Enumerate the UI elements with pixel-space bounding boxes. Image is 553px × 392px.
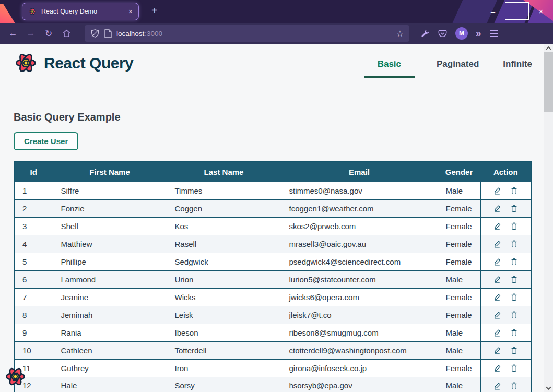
- delete-user-button[interactable]: [510, 186, 518, 195]
- app-brand: React Query: [14, 51, 133, 75]
- page-info-icon[interactable]: [104, 29, 112, 38]
- table-body: 1SiffreTimmesstimmes0@nasa.govMale2Fonzi…: [14, 182, 531, 392]
- new-tab-button[interactable]: +: [151, 5, 158, 17]
- home-icon: [62, 29, 72, 38]
- react-query-favicon-icon: [28, 7, 37, 16]
- edit-user-button[interactable]: [493, 346, 502, 355]
- table-row: 3ShellKosskos2@prweb.comFemale: [14, 217, 531, 235]
- cell-email: ctotterdell9@washingtonpost.com: [281, 341, 438, 359]
- close-button[interactable]: ×: [529, 2, 553, 20]
- cell-gender: Female: [438, 359, 480, 377]
- cell-gender: Female: [438, 235, 480, 253]
- reload-button[interactable]: ↻: [40, 26, 57, 41]
- forward-button[interactable]: →: [22, 26, 40, 41]
- table-header-row: Id First Name Last Name Email Gender Act…: [14, 162, 531, 182]
- delete-user-button[interactable]: [510, 275, 518, 284]
- cell-last-name: Wicks: [167, 288, 281, 306]
- table-row: 4MatthiewRasellmrasell3@oaic.gov.auFemal…: [14, 235, 531, 253]
- delete-user-button[interactable]: [510, 311, 518, 319]
- table-row: 11GuthreyIrongirona@infoseek.co.jpFemale: [14, 359, 531, 377]
- cell-id: 3: [14, 217, 53, 235]
- cell-actions: [480, 341, 531, 359]
- create-user-button[interactable]: Create User: [14, 132, 78, 150]
- edit-user-button[interactable]: [493, 311, 502, 319]
- edit-user-button[interactable]: [493, 186, 502, 195]
- edit-user-button[interactable]: [493, 364, 502, 373]
- scrollbar-thumb[interactable]: [544, 52, 553, 112]
- cell-actions: [480, 270, 531, 288]
- cell-last-name: Totterdell: [167, 341, 281, 359]
- maximize-button[interactable]: [505, 2, 529, 20]
- edit-user-button[interactable]: [493, 382, 502, 390]
- delete-user-button[interactable]: [510, 328, 518, 337]
- cell-last-name: Kos: [167, 217, 281, 235]
- cell-last-name: Sorsy: [167, 377, 281, 392]
- developer-wrench-icon[interactable]: [421, 29, 430, 38]
- tracking-protection-icon[interactable]: [90, 29, 100, 38]
- tab-basic[interactable]: Basic: [364, 59, 415, 78]
- tab-paginated[interactable]: Paginated: [434, 59, 481, 78]
- table-row: 2FonzieCoggenfcoggen1@weather.comFemale: [14, 199, 531, 217]
- cell-first-name: Lammond: [53, 270, 167, 288]
- home-button[interactable]: [57, 26, 75, 41]
- delete-user-button[interactable]: [510, 364, 518, 373]
- edit-user-button[interactable]: [493, 257, 502, 266]
- menu-hamburger-icon[interactable]: [489, 30, 499, 37]
- cell-gender: Female: [438, 306, 480, 324]
- cell-email: fcoggen1@weather.com: [281, 199, 438, 217]
- cell-email: skos2@prweb.com: [281, 217, 438, 235]
- table-row: 7JeanineWicksjwicks6@opera.comFemale: [14, 288, 531, 306]
- delete-user-button[interactable]: [510, 382, 518, 390]
- pocket-icon[interactable]: [438, 29, 448, 38]
- url-bar[interactable]: localhost :3000 ☆: [85, 25, 409, 42]
- edit-user-button[interactable]: [493, 328, 502, 337]
- overflow-chevron-icon[interactable]: »: [476, 28, 481, 39]
- scroll-down-icon[interactable]: [546, 386, 551, 390]
- delete-user-button[interactable]: [510, 257, 518, 266]
- tab-close-icon[interactable]: ×: [128, 8, 133, 15]
- cell-email: stimmes0@nasa.gov: [281, 182, 438, 199]
- browser-toolbar: ← → ↻ localhost :3000 ☆ M »: [0, 23, 553, 44]
- header-action: Action: [480, 162, 531, 182]
- delete-user-button[interactable]: [510, 293, 518, 302]
- account-avatar[interactable]: M: [455, 27, 468, 40]
- cell-first-name: Jemimah: [53, 306, 167, 324]
- main-nav: Basic Paginated Infinite: [364, 51, 534, 78]
- edit-user-button[interactable]: [493, 293, 502, 302]
- toolbar-extensions: M »: [421, 27, 499, 40]
- edit-user-button[interactable]: [493, 240, 502, 248]
- cell-gender: Male: [438, 324, 480, 341]
- cell-actions: [480, 377, 531, 392]
- scroll-up-icon[interactable]: [546, 46, 551, 50]
- cell-last-name: Iron: [167, 359, 281, 377]
- bookmark-star-icon[interactable]: ☆: [396, 29, 404, 39]
- cell-last-name: Coggen: [167, 199, 281, 217]
- cell-id: 9: [14, 324, 53, 341]
- edit-user-button[interactable]: [493, 222, 502, 231]
- react-query-logo-icon: [14, 51, 38, 75]
- page-scrollbar[interactable]: [544, 44, 553, 392]
- minimize-button[interactable]: –: [481, 2, 505, 20]
- table-row: 5PhillipeSedgwickpsedgwick4@sciencedirec…: [14, 253, 531, 270]
- react-query-devtools-toggle[interactable]: [4, 365, 27, 388]
- edit-user-button[interactable]: [493, 204, 502, 213]
- back-button[interactable]: ←: [4, 26, 22, 41]
- cell-gender: Male: [438, 341, 480, 359]
- edit-user-button[interactable]: [493, 275, 502, 284]
- header-first-name: First Name: [53, 162, 167, 182]
- cell-gender: Male: [438, 182, 480, 199]
- tab-infinite[interactable]: Infinite: [501, 59, 534, 78]
- delete-user-button[interactable]: [510, 240, 518, 248]
- delete-user-button[interactable]: [510, 204, 518, 213]
- delete-user-button[interactable]: [510, 346, 518, 355]
- cell-first-name: Shell: [53, 217, 167, 235]
- browser-tab[interactable]: React Query Demo ×: [22, 3, 139, 20]
- cell-actions: [480, 235, 531, 253]
- cell-id: 2: [14, 199, 53, 217]
- cell-actions: [480, 359, 531, 377]
- app-title: React Query: [44, 54, 133, 72]
- delete-user-button[interactable]: [510, 222, 518, 231]
- cell-first-name: Matthiew: [53, 235, 167, 253]
- table-row: 8JemimahLeiskjleisk7@t.coFemale: [14, 306, 531, 324]
- cell-actions: [480, 253, 531, 270]
